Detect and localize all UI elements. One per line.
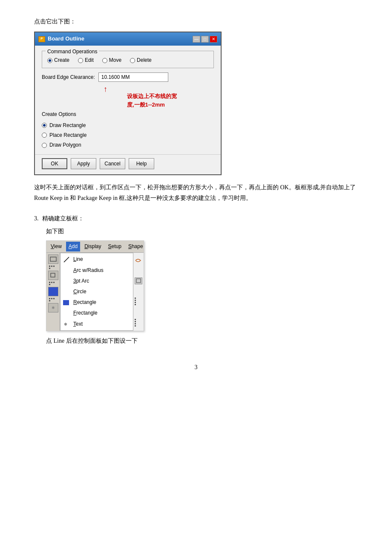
radio-draw-rectangle-label: Draw Rectangle — [49, 121, 86, 130]
blue-rect-icon — [63, 300, 69, 305]
right-toolbar-btn-1[interactable] — [135, 278, 142, 284]
radio-draw-polygon[interactable]: Draw Polygon — [42, 141, 214, 149]
rectangle-icon — [63, 300, 70, 306]
command-operations-group: Command Operations Create Edit Move — [42, 51, 214, 68]
svg-text:✱: ✱ — [64, 322, 67, 327]
restore-button[interactable]: □ — [201, 36, 209, 43]
page-number: 3 — [34, 363, 358, 372]
radio-draw-rectangle[interactable]: Draw Rectangle — [42, 121, 214, 130]
menu-item-arc-radius[interactable]: Arc w/Radius — [61, 265, 133, 276]
menu-display[interactable]: Display — [82, 242, 104, 251]
radio-draw-polygon-input[interactable] — [42, 143, 47, 148]
radio-place-rectangle[interactable]: Place Rectangle — [42, 131, 214, 139]
toolbar-dots-3 — [48, 297, 57, 302]
clearance-input[interactable] — [98, 72, 168, 82]
dialog-title-text: Board Outline — [48, 35, 84, 43]
menu-item-frectangle[interactable]: Frectangle — [61, 308, 133, 318]
radio-edit-label: Edit — [85, 56, 94, 64]
toolbar-btn-2[interactable] — [48, 271, 58, 280]
clearance-field-row: Board Edge Clearance: — [42, 72, 214, 82]
circle-icon — [63, 289, 70, 295]
radio-delete[interactable]: Delete — [130, 56, 152, 64]
dialog-window-controls: — □ ✕ — [193, 36, 217, 43]
svg-rect-5 — [136, 279, 141, 283]
svg-rect-2 — [50, 289, 56, 294]
toolbar-btn-1[interactable] — [48, 254, 58, 264]
radio-move[interactable]: Move — [102, 56, 121, 64]
menu-bar: View Add Display Setup Shape — [46, 241, 144, 253]
right-dots-area — [133, 253, 144, 330]
radio-delete-label: Delete — [137, 56, 152, 64]
menu-item-circle-label: Circle — [73, 288, 86, 296]
command-operations-label: Command Operations — [46, 48, 99, 56]
ok-button[interactable]: OK — [42, 158, 67, 169]
radio-place-rectangle-input[interactable] — [42, 133, 47, 138]
menu-item-3pt-arc[interactable]: 3pt Arc — [61, 276, 133, 286]
close-button[interactable]: ✕ — [210, 36, 217, 43]
radio-create[interactable]: Create — [47, 56, 69, 64]
radio-draw-polygon-label: Draw Polygon — [49, 141, 81, 149]
radio-edit[interactable]: Edit — [78, 56, 94, 64]
text-menu-icon: ✱ — [63, 321, 70, 327]
section3-sublabel: 如下图 — [46, 227, 358, 236]
menu-setup[interactable]: Setup — [106, 242, 124, 251]
command-radios-row: Create Edit Move Delete — [47, 55, 208, 64]
svg-rect-1 — [51, 273, 55, 277]
dialog-titlebar: P Board Outline — □ ✕ — [35, 32, 221, 46]
help-button[interactable]: Help — [129, 158, 154, 169]
radio-create-input[interactable] — [47, 58, 52, 63]
toolbar-dots-2 — [48, 281, 57, 286]
intro-text: 点击它出下图： — [34, 17, 358, 26]
toolbar-btn-4[interactable]: ✱ — [48, 303, 58, 312]
frectangle-icon — [63, 310, 70, 316]
svg-line-3 — [64, 257, 69, 262]
menu-item-rectangle[interactable]: Rectangle — [61, 297, 133, 308]
toolbar-left: ✱ — [46, 253, 60, 330]
apply-button[interactable]: Apply — [71, 158, 96, 169]
cancel-button[interactable]: Cancel — [100, 158, 125, 169]
3pt-arc-icon — [63, 278, 70, 284]
create-options-section: Create Options Draw Rectangle Place Rect… — [42, 110, 214, 149]
create-options-radios: Draw Rectangle Place Rectangle Draw Poly… — [42, 121, 214, 150]
annotation-text: 设板边上不布线的宽度,一般1--2mm — [127, 92, 214, 109]
menu-item-line-label: Line — [73, 255, 83, 263]
arc-radius-icon — [63, 267, 70, 273]
section3-header: 3. 精确建立板框： — [34, 214, 358, 223]
menu-item-arc-radius-label: Arc w/Radius — [73, 266, 104, 275]
radio-delete-input[interactable] — [130, 58, 135, 63]
menu-add[interactable]: Add — [66, 242, 80, 251]
menu-item-line[interactable]: Line — [61, 254, 133, 265]
section3-title: 精确建立板框： — [42, 214, 84, 223]
menu-item-text[interactable]: ✱ Text — [61, 319, 133, 330]
clearance-label: Board Edge Clearance: — [42, 73, 95, 81]
radio-create-label: Create — [54, 56, 69, 64]
line-icon — [63, 257, 70, 263]
menu-item-text-label: Text — [73, 320, 83, 328]
section3-number: 3. — [34, 214, 39, 223]
menu-item-frectangle-label: Frectangle — [73, 309, 98, 317]
dialog-footer: OK Apply Cancel Help — [35, 154, 221, 174]
dialog-body: Command Operations Create Edit Move — [35, 46, 221, 154]
board-outline-dialog: P Board Outline — □ ✕ Command Operations — [34, 32, 222, 175]
radio-move-input[interactable] — [102, 58, 107, 63]
radio-draw-rectangle-input[interactable] — [42, 123, 47, 128]
menu-item-rectangle-label: Rectangle — [73, 298, 96, 306]
create-options-label: Create Options — [42, 110, 214, 119]
toolbar-dots-1 — [48, 265, 57, 270]
radio-place-rectangle-label: Place Rectangle — [49, 131, 86, 139]
dialog-title-left: P Board Outline — [38, 35, 84, 43]
radio-edit-input[interactable] — [78, 58, 83, 63]
svg-rect-0 — [50, 257, 56, 261]
toolbar-btn-3[interactable] — [48, 287, 58, 296]
menu-view[interactable]: View — [48, 242, 64, 251]
menu-shape[interactable]: Shape — [126, 242, 146, 251]
menu-item-circle[interactable]: Circle — [61, 286, 133, 297]
radio-move-label: Move — [109, 56, 121, 64]
description-text: 这时不关上面的对话框，到工作区点一下，松开拖出想要的方形大小，再点一下，再点上面… — [34, 182, 358, 203]
menu-item-3pt-arc-label: 3pt Arc — [73, 277, 89, 285]
dialog-wrapper: P Board Outline — □ ✕ Command Operations — [34, 32, 358, 175]
dialog-app-icon: P — [38, 36, 45, 42]
menu-screenshot: View Add Display Setup Shape — [46, 240, 144, 331]
minimize-button[interactable]: — — [193, 36, 200, 43]
menu-content-area: ✱ Line Arc w/Radius 3pt Arc — [46, 253, 144, 330]
